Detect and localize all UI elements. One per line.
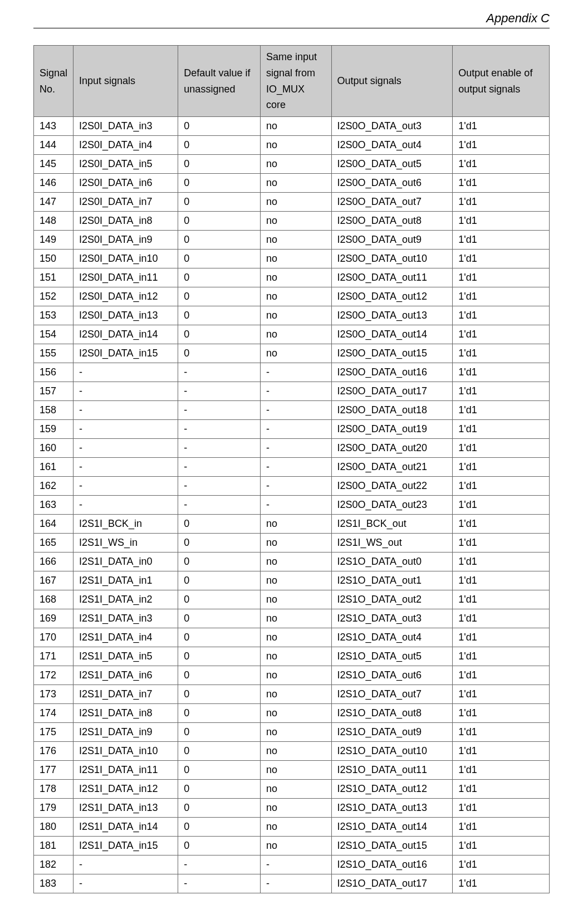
table-cell: I2S0I_DATA_in15 bbox=[74, 344, 178, 363]
table-cell: 0 bbox=[178, 117, 261, 136]
table-cell: 179 bbox=[34, 799, 74, 818]
table-cell: 1'd1 bbox=[453, 553, 550, 571]
table-cell: no bbox=[261, 837, 332, 855]
table-cell: 1'd1 bbox=[453, 439, 550, 458]
table-cell: 155 bbox=[34, 344, 74, 363]
table-cell: 0 bbox=[178, 609, 261, 628]
table-cell: - bbox=[261, 874, 332, 893]
table-cell: I2S1O_DATA_out9 bbox=[331, 723, 453, 742]
table-cell: 152 bbox=[34, 287, 74, 306]
table-cell: 1'd1 bbox=[453, 685, 550, 704]
table-cell: no bbox=[261, 325, 332, 344]
table-cell: I2S1I_DATA_in3 bbox=[74, 609, 178, 628]
table-row: 156---I2S0O_DATA_out161'd1 bbox=[34, 363, 550, 382]
table-cell: no bbox=[261, 818, 332, 837]
table-cell: 162 bbox=[34, 477, 74, 496]
table-row: 157---I2S0O_DATA_out171'd1 bbox=[34, 382, 550, 401]
table-cell: 1'd1 bbox=[453, 155, 550, 174]
table-row: 169I2S1I_DATA_in30noI2S1O_DATA_out31'd1 bbox=[34, 609, 550, 628]
col-default-value: Default value if unassigned bbox=[178, 46, 261, 117]
table-cell: no bbox=[261, 117, 332, 136]
table-cell: I2S1O_DATA_out13 bbox=[331, 799, 453, 818]
table-cell: 161 bbox=[34, 458, 74, 477]
table-cell: I2S1I_WS_out bbox=[331, 534, 453, 553]
table-cell: I2S0O_DATA_out10 bbox=[331, 250, 453, 268]
table-cell: I2S0O_DATA_out17 bbox=[331, 382, 453, 401]
table-cell: no bbox=[261, 685, 332, 704]
table-cell: no bbox=[261, 212, 332, 231]
table-cell: 0 bbox=[178, 761, 261, 780]
table-cell: no bbox=[261, 268, 332, 287]
table-cell: 0 bbox=[178, 534, 261, 553]
table-cell: - bbox=[261, 855, 332, 874]
table-cell: 1'd1 bbox=[453, 647, 550, 666]
table-row: 174I2S1I_DATA_in80noI2S1O_DATA_out81'd1 bbox=[34, 704, 550, 723]
table-cell: I2S1O_DATA_out15 bbox=[331, 837, 453, 855]
table-row: 159---I2S0O_DATA_out191'd1 bbox=[34, 420, 550, 439]
table-cell: I2S1O_DATA_out12 bbox=[331, 780, 453, 799]
table-cell: 145 bbox=[34, 155, 74, 174]
table-cell: I2S1I_DATA_in10 bbox=[74, 742, 178, 761]
table-cell: - bbox=[178, 874, 261, 893]
table-row: 183---I2S1O_DATA_out171'd1 bbox=[34, 874, 550, 893]
table-cell: 172 bbox=[34, 666, 74, 685]
table-cell: I2S0O_DATA_out8 bbox=[331, 212, 453, 231]
table-cell: no bbox=[261, 174, 332, 193]
table-cell: no bbox=[261, 628, 332, 647]
table-row: 179I2S1I_DATA_in130noI2S1O_DATA_out131'd… bbox=[34, 799, 550, 818]
table-cell: - bbox=[74, 855, 178, 874]
table-row: 154I2S0I_DATA_in140noI2S0O_DATA_out141'd… bbox=[34, 325, 550, 344]
table-cell: I2S1O_DATA_out2 bbox=[331, 590, 453, 609]
table-cell: I2S0O_DATA_out11 bbox=[331, 268, 453, 287]
table-cell: no bbox=[261, 155, 332, 174]
table-row: 151I2S0I_DATA_in110noI2S0O_DATA_out111'd… bbox=[34, 268, 550, 287]
table-cell: 0 bbox=[178, 647, 261, 666]
appendix-title: Appendix C bbox=[486, 11, 550, 25]
table-cell: 0 bbox=[178, 685, 261, 704]
table-cell: no bbox=[261, 609, 332, 628]
table-cell: I2S0O_DATA_out7 bbox=[331, 193, 453, 212]
table-cell: I2S1O_DATA_out1 bbox=[331, 571, 453, 590]
table-cell: no bbox=[261, 553, 332, 571]
table-cell: I2S0O_DATA_out21 bbox=[331, 458, 453, 477]
table-cell: 171 bbox=[34, 647, 74, 666]
table-cell: - bbox=[74, 477, 178, 496]
table-cell: I2S1O_DATA_out8 bbox=[331, 704, 453, 723]
table-cell: 182 bbox=[34, 855, 74, 874]
table-cell: 1'd1 bbox=[453, 742, 550, 761]
table-cell: - bbox=[74, 401, 178, 420]
table-cell: I2S0O_DATA_out19 bbox=[331, 420, 453, 439]
table-cell: 149 bbox=[34, 231, 74, 250]
table-cell: I2S0O_DATA_out6 bbox=[331, 174, 453, 193]
table-cell: - bbox=[178, 458, 261, 477]
table-cell: 154 bbox=[34, 325, 74, 344]
table-row: 143I2S0I_DATA_in30noI2S0O_DATA_out31'd1 bbox=[34, 117, 550, 136]
table-cell: 1'd1 bbox=[453, 761, 550, 780]
table-cell: I2S0O_DATA_out4 bbox=[331, 136, 453, 155]
table-row: 152I2S0I_DATA_in120noI2S0O_DATA_out121'd… bbox=[34, 287, 550, 306]
table-cell: - bbox=[74, 874, 178, 893]
table-row: 180I2S1I_DATA_in140noI2S1O_DATA_out141'd… bbox=[34, 818, 550, 837]
table-cell: I2S1I_DATA_in9 bbox=[74, 723, 178, 742]
table-cell: no bbox=[261, 799, 332, 818]
table-cell: - bbox=[74, 382, 178, 401]
table-cell: 1'd1 bbox=[453, 363, 550, 382]
table-cell: 1'd1 bbox=[453, 174, 550, 193]
table-cell: 144 bbox=[34, 136, 74, 155]
table-cell: I2S1I_DATA_in4 bbox=[74, 628, 178, 647]
table-cell: no bbox=[261, 287, 332, 306]
table-cell: no bbox=[261, 761, 332, 780]
table-row: 148I2S0I_DATA_in80noI2S0O_DATA_out81'd1 bbox=[34, 212, 550, 231]
table-cell: I2S0O_DATA_out16 bbox=[331, 363, 453, 382]
col-input-signals: Input signals bbox=[74, 46, 178, 117]
col-same-input: Same input signal from IO_MUX core bbox=[261, 46, 332, 117]
table-row: 160---I2S0O_DATA_out201'd1 bbox=[34, 439, 550, 458]
table-cell: I2S0O_DATA_out23 bbox=[331, 496, 453, 515]
table-row: 145I2S0I_DATA_in50noI2S0O_DATA_out51'd1 bbox=[34, 155, 550, 174]
table-cell: 0 bbox=[178, 666, 261, 685]
table-row: 165I2S1I_WS_in0noI2S1I_WS_out1'd1 bbox=[34, 534, 550, 553]
table-cell: I2S0I_DATA_in14 bbox=[74, 325, 178, 344]
table-cell: no bbox=[261, 704, 332, 723]
table-cell: no bbox=[261, 193, 332, 212]
table-cell: 0 bbox=[178, 174, 261, 193]
